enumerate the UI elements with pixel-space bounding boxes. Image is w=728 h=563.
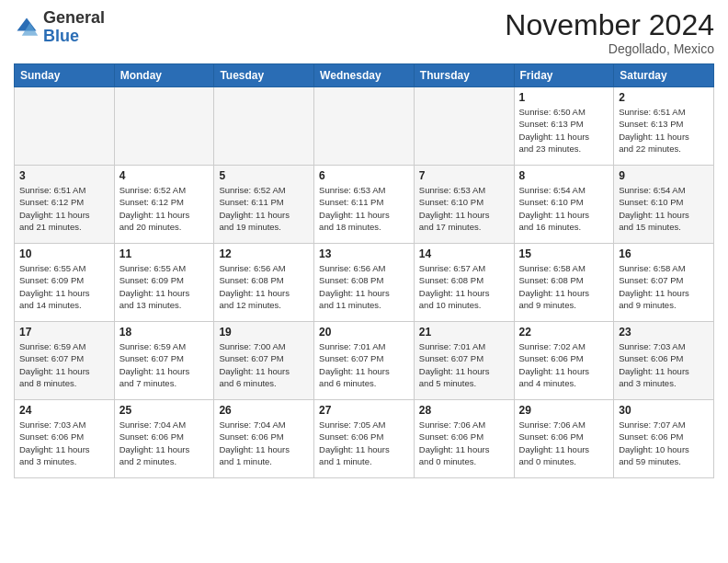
day-info: Sunrise: 6:58 AM Sunset: 6:07 PM Dayligh… [619, 262, 709, 311]
day-number: 7 [419, 169, 509, 182]
day-info: Sunrise: 7:03 AM Sunset: 6:06 PM Dayligh… [619, 340, 709, 389]
day-number: 22 [519, 326, 609, 339]
day-number: 29 [519, 404, 609, 417]
day-info: Sunrise: 6:52 AM Sunset: 6:12 PM Dayligh… [119, 184, 210, 233]
page: General Blue November 2024 Degollado, Me… [0, 0, 728, 492]
day-info: Sunrise: 6:55 AM Sunset: 6:09 PM Dayligh… [119, 262, 210, 311]
calendar-cell: 22Sunrise: 7:02 AM Sunset: 6:06 PM Dayli… [514, 322, 614, 400]
day-info: Sunrise: 6:56 AM Sunset: 6:08 PM Dayligh… [219, 262, 309, 311]
day-info: Sunrise: 7:04 AM Sunset: 6:06 PM Dayligh… [219, 419, 309, 467]
day-info: Sunrise: 7:03 AM Sunset: 6:06 PM Dayligh… [19, 419, 109, 467]
day-info: Sunrise: 6:53 AM Sunset: 6:10 PM Dayligh… [419, 184, 509, 233]
day-info: Sunrise: 7:05 AM Sunset: 6:06 PM Dayligh… [319, 419, 409, 467]
week-row-2: 3Sunrise: 6:51 AM Sunset: 6:12 PM Daylig… [15, 166, 714, 244]
day-info: Sunrise: 6:58 AM Sunset: 6:08 PM Dayligh… [519, 262, 609, 311]
weekday-header-friday: Friday [514, 64, 614, 87]
day-info: Sunrise: 7:06 AM Sunset: 6:06 PM Dayligh… [419, 419, 509, 467]
week-row-3: 10Sunrise: 6:55 AM Sunset: 6:09 PM Dayli… [15, 244, 714, 322]
logo-blue: Blue [43, 27, 79, 45]
day-info: Sunrise: 7:01 AM Sunset: 6:07 PM Dayligh… [419, 340, 509, 389]
day-number: 24 [19, 404, 109, 417]
calendar-cell: 28Sunrise: 7:06 AM Sunset: 6:06 PM Dayli… [414, 400, 514, 478]
calendar-cell: 19Sunrise: 7:00 AM Sunset: 6:07 PM Dayli… [214, 322, 314, 400]
calendar-cell [114, 87, 214, 166]
weekday-header-monday: Monday [114, 64, 214, 87]
weekday-header-tuesday: Tuesday [214, 64, 314, 87]
calendar-cell: 5Sunrise: 6:52 AM Sunset: 6:11 PM Daylig… [214, 166, 314, 244]
calendar-cell: 18Sunrise: 6:59 AM Sunset: 6:07 PM Dayli… [114, 322, 214, 400]
day-number: 3 [19, 169, 109, 182]
calendar-cell: 7Sunrise: 6:53 AM Sunset: 6:10 PM Daylig… [414, 166, 514, 244]
day-number: 11 [119, 247, 210, 260]
logo-icon [14, 15, 40, 40]
day-info: Sunrise: 7:00 AM Sunset: 6:07 PM Dayligh… [219, 340, 309, 389]
day-info: Sunrise: 7:06 AM Sunset: 6:06 PM Dayligh… [519, 419, 609, 467]
day-number: 30 [619, 404, 709, 417]
day-number: 15 [519, 247, 609, 260]
week-row-4: 17Sunrise: 6:59 AM Sunset: 6:07 PM Dayli… [15, 322, 714, 400]
calendar-cell: 4Sunrise: 6:52 AM Sunset: 6:12 PM Daylig… [114, 166, 214, 244]
calendar-cell: 14Sunrise: 6:57 AM Sunset: 6:08 PM Dayli… [414, 244, 514, 322]
calendar: SundayMondayTuesdayWednesdayThursdayFrid… [14, 63, 714, 478]
logo-text: General Blue [43, 9, 105, 46]
calendar-cell: 30Sunrise: 7:07 AM Sunset: 6:06 PM Dayli… [614, 400, 714, 478]
day-number: 6 [319, 169, 409, 182]
weekday-header-thursday: Thursday [414, 64, 514, 87]
calendar-cell: 9Sunrise: 6:54 AM Sunset: 6:10 PM Daylig… [614, 166, 714, 244]
day-info: Sunrise: 7:02 AM Sunset: 6:06 PM Dayligh… [519, 340, 609, 389]
calendar-cell: 1Sunrise: 6:50 AM Sunset: 6:13 PM Daylig… [514, 87, 614, 166]
day-info: Sunrise: 6:56 AM Sunset: 6:08 PM Dayligh… [319, 262, 409, 311]
day-number: 20 [319, 326, 409, 339]
logo-general: General [43, 8, 105, 27]
calendar-cell: 8Sunrise: 6:54 AM Sunset: 6:10 PM Daylig… [514, 166, 614, 244]
calendar-cell: 2Sunrise: 6:51 AM Sunset: 6:13 PM Daylig… [614, 87, 714, 166]
day-number: 14 [419, 247, 509, 260]
calendar-cell: 29Sunrise: 7:06 AM Sunset: 6:06 PM Dayli… [514, 400, 614, 478]
day-info: Sunrise: 6:51 AM Sunset: 6:12 PM Dayligh… [19, 184, 109, 233]
day-number: 19 [219, 326, 309, 339]
day-info: Sunrise: 6:51 AM Sunset: 6:13 PM Dayligh… [619, 106, 709, 155]
day-info: Sunrise: 6:52 AM Sunset: 6:11 PM Dayligh… [219, 184, 309, 233]
calendar-cell: 6Sunrise: 6:53 AM Sunset: 6:11 PM Daylig… [314, 166, 415, 244]
calendar-cell: 26Sunrise: 7:04 AM Sunset: 6:06 PM Dayli… [214, 400, 314, 478]
day-number: 4 [119, 169, 210, 182]
day-info: Sunrise: 7:07 AM Sunset: 6:06 PM Dayligh… [619, 419, 709, 467]
day-info: Sunrise: 7:04 AM Sunset: 6:06 PM Dayligh… [119, 419, 210, 467]
calendar-cell: 13Sunrise: 6:56 AM Sunset: 6:08 PM Dayli… [314, 244, 415, 322]
calendar-cell: 25Sunrise: 7:04 AM Sunset: 6:06 PM Dayli… [114, 400, 214, 478]
day-number: 23 [619, 326, 709, 339]
calendar-cell: 17Sunrise: 6:59 AM Sunset: 6:07 PM Dayli… [15, 322, 115, 400]
calendar-cell: 27Sunrise: 7:05 AM Sunset: 6:06 PM Dayli… [314, 400, 415, 478]
day-number: 2 [619, 91, 709, 104]
logo: General Blue [14, 9, 105, 46]
header: General Blue November 2024 Degollado, Me… [14, 9, 714, 56]
day-info: Sunrise: 6:59 AM Sunset: 6:07 PM Dayligh… [119, 340, 210, 389]
day-number: 9 [619, 169, 709, 182]
day-info: Sunrise: 6:50 AM Sunset: 6:13 PM Dayligh… [519, 106, 609, 155]
day-info: Sunrise: 6:54 AM Sunset: 6:10 PM Dayligh… [619, 184, 709, 233]
calendar-cell: 3Sunrise: 6:51 AM Sunset: 6:12 PM Daylig… [15, 166, 115, 244]
calendar-cell: 20Sunrise: 7:01 AM Sunset: 6:07 PM Dayli… [314, 322, 415, 400]
month-title: November 2024 [505, 9, 714, 41]
calendar-cell [15, 87, 115, 166]
day-number: 26 [219, 404, 309, 417]
day-number: 17 [19, 326, 109, 339]
day-info: Sunrise: 6:55 AM Sunset: 6:09 PM Dayligh… [19, 262, 109, 311]
day-number: 8 [519, 169, 609, 182]
calendar-cell: 23Sunrise: 7:03 AM Sunset: 6:06 PM Dayli… [614, 322, 714, 400]
calendar-cell: 15Sunrise: 6:58 AM Sunset: 6:08 PM Dayli… [514, 244, 614, 322]
calendar-cell: 21Sunrise: 7:01 AM Sunset: 6:07 PM Dayli… [414, 322, 514, 400]
calendar-cell [214, 87, 314, 166]
day-info: Sunrise: 6:59 AM Sunset: 6:07 PM Dayligh… [19, 340, 109, 389]
day-number: 16 [619, 247, 709, 260]
week-row-1: 1Sunrise: 6:50 AM Sunset: 6:13 PM Daylig… [15, 87, 714, 166]
day-number: 25 [119, 404, 210, 417]
calendar-cell [414, 87, 514, 166]
day-info: Sunrise: 6:54 AM Sunset: 6:10 PM Dayligh… [519, 184, 609, 233]
day-number: 1 [519, 91, 609, 104]
day-info: Sunrise: 7:01 AM Sunset: 6:07 PM Dayligh… [319, 340, 409, 389]
weekday-header-row: SundayMondayTuesdayWednesdayThursdayFrid… [15, 64, 714, 87]
day-number: 5 [219, 169, 309, 182]
day-number: 12 [219, 247, 309, 260]
weekday-header-sunday: Sunday [15, 64, 115, 87]
